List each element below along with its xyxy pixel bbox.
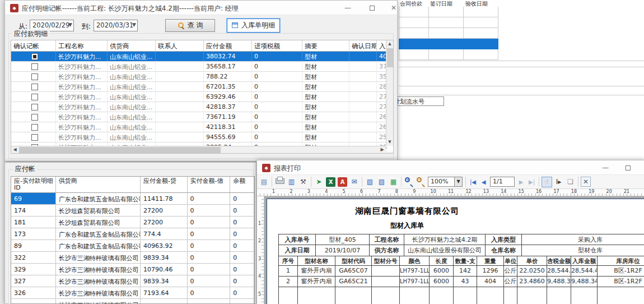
- hand-tool-icon[interactable]: ☝: [542, 177, 552, 187]
- table-row[interactable]: 89广东合和建筑五金制品有限公司40963.9200: [11, 240, 254, 252]
- scroll-left-icon[interactable]: ◀: [11, 146, 18, 153]
- table-cell: [156, 52, 204, 61]
- zoom-in-icon[interactable]: +: [404, 177, 414, 187]
- print-icon[interactable]: [274, 177, 285, 187]
- column-header[interactable]: 确认日期: [349, 40, 377, 51]
- table-row[interactable]: 长沙万科魅力...山东南山铝业...63929.460型材276: [11, 92, 393, 102]
- table-row[interactable]: 69广东合和建筑五金制品有限公司11411.7800: [11, 193, 254, 205]
- confirm-checkbox[interactable]: [31, 63, 38, 70]
- text-select-icon[interactable]: I▸: [553, 177, 564, 187]
- table-row[interactable]: 长沙万科魅力...山东南山铝业...73671.190型材266: [11, 112, 393, 122]
- maximize-button[interactable]: [366, 3, 377, 13]
- vertical-scrollbar[interactable]: ▲ ▼: [386, 40, 393, 146]
- zoom-level-select[interactable]: 100%▼: [428, 177, 463, 187]
- horizontal-scrollbar[interactable]: ◀ ▶: [11, 146, 386, 153]
- next-page-icon[interactable]: ▶: [516, 177, 526, 187]
- chevron-down-icon[interactable]: ▼: [132, 22, 136, 27]
- table-row[interactable]: 长沙万科魅力...山东南山铝业...42818.370型材275: [11, 102, 393, 112]
- page-number-input[interactable]: 1/1: [490, 177, 515, 187]
- confirm-checkbox[interactable]: [31, 114, 38, 121]
- table-row[interactable]: [399, 39, 500, 49]
- table-row[interactable]: 173广东合和建筑五金制品有限公司774.400: [11, 228, 254, 240]
- table-row[interactable]: 长沙万科魅力...山东南山铝业...38032.740型材405: [11, 52, 393, 62]
- scrollbar-thumb[interactable]: [387, 48, 393, 67]
- export-icon[interactable]: ➤: [314, 177, 324, 187]
- group-label: 应付款明细: [12, 29, 50, 39]
- column-header[interactable]: 供货商: [56, 177, 141, 192]
- table-row[interactable]: 326长沙市三湘特种玻璃有限公司7193.6400: [11, 287, 254, 299]
- copy-page-icon[interactable]: ❏: [565, 177, 576, 187]
- chevron-down-icon[interactable]: ▼: [454, 177, 462, 186]
- table-cell: [349, 92, 377, 102]
- confirm-checkbox[interactable]: [31, 104, 38, 110]
- table-cell: [504, 287, 517, 304]
- column-header[interactable]: 确认记帐: [11, 40, 56, 51]
- table-row[interactable]: 181长沙坦森贸易有限公司2720000: [11, 217, 254, 228]
- last-page-icon[interactable]: ▶|: [527, 177, 536, 187]
- table-cell: 0: [252, 122, 302, 132]
- column-header[interactable]: 余额: [230, 177, 254, 192]
- chevron-down-icon[interactable]: ▼: [68, 22, 72, 27]
- ruler-number: 15: [519, 189, 524, 194]
- table-row[interactable]: 174长沙坦森贸易有限公司2720000: [11, 205, 254, 217]
- table-row[interactable]: 长沙万科魅力...山东南山铝业...67201.350型材283: [11, 82, 393, 92]
- table-row[interactable]: [399, 28, 500, 39]
- settings-wrench-icon[interactable]: ⚒: [298, 177, 309, 187]
- column-header[interactable]: 进项税额: [252, 40, 302, 51]
- minimize-button[interactable]: —: [600, 163, 611, 173]
- email-icon[interactable]: ✉: [349, 177, 360, 187]
- table-row[interactable]: 长沙万科魅力...山东南山铝业...788.220型材358: [11, 72, 393, 82]
- zoom-out-icon[interactable]: −: [416, 177, 426, 187]
- confirm-checkbox[interactable]: [31, 53, 38, 60]
- column-header[interactable]: 应付金额: [204, 40, 252, 51]
- table-row[interactable]: [399, 17, 500, 28]
- minimize-button[interactable]: —: [342, 3, 353, 13]
- table-cell: 山东南山铝业...: [108, 112, 156, 122]
- close-preview-icon[interactable]: ✕: [581, 177, 591, 187]
- scrollbar-thumb[interactable]: [19, 147, 221, 153]
- column-header[interactable]: 工程名称: [56, 40, 108, 51]
- table-cell: [372, 266, 400, 277]
- table-row[interactable]: 长沙万科魅力...山东南山铝业...94555.690型材251: [11, 132, 393, 142]
- report-tree-icon[interactable]: ▤: [259, 177, 269, 187]
- table-row[interactable]: [399, 49, 500, 60]
- page-setup-icon[interactable]: ▧: [365, 177, 375, 187]
- table-row[interactable]: 327长沙市三湘特种玻璃有限公司9839.3400: [11, 275, 254, 287]
- table-row[interactable]: 322长沙市三湘特种玻璃有限公司9839.3400: [11, 252, 254, 264]
- book-icon[interactable]: ▥: [286, 177, 297, 187]
- maximize-button[interactable]: [622, 163, 633, 173]
- plan-serial-field[interactable]: 计划流水号: [392, 96, 444, 106]
- toolbar-separator: [539, 177, 539, 187]
- to-date-picker[interactable]: 2020/03/31▼: [94, 20, 138, 31]
- excel-export-icon[interactable]: X: [326, 177, 335, 187]
- first-page-icon[interactable]: |◀: [468, 177, 478, 187]
- column-header[interactable]: 应付金额-贷: [141, 177, 188, 192]
- query-button[interactable]: 查 询: [165, 19, 215, 32]
- column-header[interactable]: 实付金额-借: [188, 177, 231, 192]
- page-layout-icon[interactable]: ▨: [376, 177, 387, 187]
- table-cell: LH797-1LL: [400, 277, 430, 287]
- scroll-down-icon[interactable]: ▼: [386, 139, 393, 146]
- table-row[interactable]: 329长沙市三湘特种玻璃有限公司10790.4600: [11, 264, 254, 275]
- table-row[interactable]: 长沙万科魅力...山东南山铝业...42118.310型材265: [11, 122, 393, 132]
- confirm-checkbox[interactable]: [31, 73, 38, 80]
- table-row[interactable]: [399, 7, 500, 17]
- scroll-right-icon[interactable]: ▶: [379, 146, 386, 153]
- confirm-checkbox[interactable]: [31, 94, 38, 100]
- report-preview-area[interactable]: 12345 湖南巨晟门窗幕墙有限公司 型材入库单 入库单号型材_405工程名称长…: [257, 196, 644, 304]
- table-row[interactable]: 长沙市三湘特种玻璃有限公司: [11, 299, 254, 304]
- column-header[interactable]: 摘要: [302, 40, 349, 51]
- confirm-checkbox[interactable]: [31, 124, 38, 131]
- multipage-view-icon[interactable]: ▦: [388, 177, 399, 187]
- close-button[interactable]: ✕: [388, 3, 399, 13]
- table-row[interactable]: 长沙万科魅力...山东南山铝业...35658.170型材376: [11, 62, 393, 72]
- column-header[interactable]: 供货商: [108, 40, 156, 51]
- scroll-up-icon[interactable]: ▲: [386, 40, 393, 48]
- column-header[interactable]: 联系人: [156, 40, 204, 51]
- pdf-export-icon[interactable]: A: [338, 177, 347, 187]
- inbound-detail-button[interactable]: 入库单明细: [227, 19, 280, 33]
- column-header[interactable]: 应-实付款明细ID: [11, 177, 56, 192]
- confirm-checkbox[interactable]: [31, 134, 38, 141]
- prev-page-icon[interactable]: ◀: [479, 177, 488, 187]
- confirm-checkbox[interactable]: [31, 84, 38, 90]
